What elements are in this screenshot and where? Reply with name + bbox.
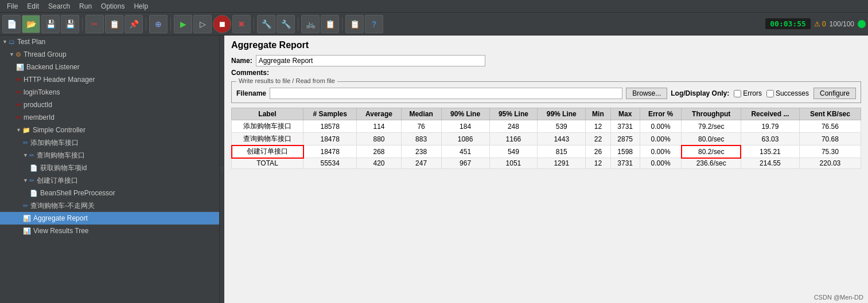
menu-run[interactable]: Run — [75, 0, 96, 12]
productid-icon: ✂ — [16, 101, 21, 109]
aggregate-report-label: Aggregate Report — [33, 214, 88, 222]
successes-checkbox-label[interactable]: Successes — [766, 89, 809, 97]
table-cell-1-10: 80.0/sec — [682, 133, 741, 145]
menu-edit[interactable]: Edit — [22, 0, 44, 12]
sidebar-item-view-results[interactable]: 📊 View Results Tree — [0, 225, 219, 237]
beanshell-icon: 📄 — [30, 190, 38, 197]
help-button[interactable]: ? — [365, 15, 383, 33]
view-results-label: View Results Tree — [33, 227, 89, 235]
save-button[interactable]: 💾 — [41, 15, 60, 33]
menu-bar: File Edit Search Run Options Help — [0, 0, 868, 13]
stop-button[interactable]: ⏹ — [213, 15, 231, 33]
status-indicator — [858, 20, 866, 28]
col-samples: # Samples — [303, 108, 357, 120]
sidebar-item-productid[interactable]: ✂ productId — [0, 99, 219, 111]
copy-button[interactable]: 📋 — [105, 15, 123, 33]
name-label: Name: — [231, 57, 252, 65]
remote-button[interactable]: 🚲 — [301, 15, 320, 33]
errors-checkbox[interactable] — [734, 90, 741, 97]
successes-checkbox[interactable] — [766, 90, 774, 97]
table-cell-0-12: 76.56 — [799, 120, 861, 133]
sidebar-item-query-no-gateway[interactable]: ✏ 查询购物车-不走网关 — [0, 199, 219, 212]
table-cell-3-3: 247 — [401, 158, 441, 169]
simplecontroller-label: Simple Controller — [33, 126, 85, 134]
menu-file[interactable]: File — [2, 0, 22, 12]
expand-arrow2: ▼ — [9, 52, 14, 57]
query-cart-icon: ✏ — [29, 152, 34, 159]
sidebar-item-threadgroup[interactable]: ▼ ⚙ Thread Group — [0, 48, 219, 61]
template-button[interactable]: 📋 — [345, 15, 364, 33]
save-as-button[interactable]: 💾 — [61, 15, 79, 33]
warning-icon: ⚠ — [814, 20, 820, 28]
table-cell-3-2: 420 — [357, 158, 401, 169]
table-cell-1-12: 70.68 — [799, 133, 861, 145]
col-received: Received ... — [741, 108, 799, 120]
table-cell-3-4: 967 — [441, 158, 489, 169]
table-cell-2-2: 268 — [357, 145, 401, 158]
expand-arrow5: ▼ — [23, 178, 28, 183]
table-cell-0-8: 3731 — [610, 120, 640, 133]
add-cart-icon: ✏ — [23, 139, 28, 147]
table-cell-1-4: 1086 — [441, 133, 489, 145]
table-cell-3-5: 1051 — [489, 158, 538, 169]
sidebar-item-add-cart[interactable]: ✏ 添加购物车接口 — [0, 136, 219, 149]
sidebar-item-testplan[interactable]: ▼ 🗂 Test Plan — [0, 36, 219, 48]
table-cell-0-0: 添加购物车接口 — [232, 120, 303, 133]
sep1 — [82, 17, 83, 31]
testplan-icon: 🗂 — [9, 38, 15, 45]
sidebar-item-query-cart[interactable]: ▼ ✏ 查询购物车接口 — [0, 149, 219, 162]
query-no-gateway-icon: ✏ — [23, 202, 28, 210]
menu-options[interactable]: Options — [96, 0, 129, 12]
sidebar-item-http-header[interactable]: ✂ HTTP Header Manager — [0, 73, 219, 86]
table-cell-3-6: 1291 — [538, 158, 586, 169]
menu-search[interactable]: Search — [44, 0, 75, 12]
name-input[interactable] — [256, 55, 485, 66]
table-row: 创建订单接口184782682384515498152615980.00%80.… — [232, 145, 861, 158]
expand-button[interactable]: ⊕ — [149, 15, 168, 33]
filename-input[interactable] — [270, 88, 622, 99]
sep5 — [298, 17, 298, 31]
aggregate-table: Label # Samples Average Median 90% Line … — [231, 108, 861, 169]
log-button[interactable]: 📋 — [321, 15, 339, 33]
view-results-icon: 📊 — [23, 227, 31, 235]
sidebar-item-beanshell[interactable]: 📄 BeanShell PreProcessor — [0, 187, 219, 199]
errors-checkbox-label[interactable]: Errors — [734, 89, 762, 97]
sidebar-item-aggregate-report[interactable]: 📊 Aggregate Report — [0, 212, 219, 225]
sidebar-item-memberid[interactable]: ✂ memberId — [0, 111, 219, 124]
logintokens-label: loginTokens — [24, 88, 60, 96]
table-cell-2-7: 26 — [586, 145, 610, 158]
resize-handle[interactable]: ⋮ — [220, 36, 224, 303]
log-label: Log/Display Only: — [671, 89, 729, 97]
create-order-label: 创建订单接口 — [37, 176, 78, 186]
sep3 — [170, 17, 171, 31]
table-cell-2-3: 238 — [401, 145, 441, 158]
sidebar-item-create-order[interactable]: ▼ ✏ 创建订单接口 — [0, 174, 219, 187]
col-max: Max — [610, 108, 640, 120]
browse-button[interactable]: Browse... — [626, 88, 667, 99]
play-check-button[interactable]: ▷ — [193, 15, 212, 33]
col-99line: 99% Line — [538, 108, 586, 120]
sidebar-item-get-cart-id[interactable]: 📄 获取购物车项id — [0, 162, 219, 174]
table-cell-1-6: 1443 — [538, 133, 586, 145]
cut-button[interactable]: ✂ — [85, 15, 104, 33]
backend-icon: 📊 — [16, 64, 24, 71]
table-cell-3-0: TOTAL — [232, 158, 303, 169]
play-button[interactable]: ▶ — [174, 15, 192, 33]
configure-button[interactable]: Configure — [813, 88, 856, 99]
menu-help[interactable]: Help — [129, 0, 153, 12]
http-header-icon: ✂ — [16, 76, 21, 84]
open-button[interactable]: 📂 — [22, 15, 40, 33]
beanshell-label: BeanShell PreProcessor — [40, 189, 115, 197]
col-average: Average — [357, 108, 401, 120]
clear-button1[interactable]: 🔧 — [257, 15, 275, 33]
sidebar-item-logintokens[interactable]: ✂ loginTokens — [0, 86, 219, 99]
new-button[interactable]: 📄 — [2, 15, 21, 33]
col-error: Error % — [640, 108, 682, 120]
stop-x-button[interactable]: ✖ — [232, 15, 251, 33]
sidebar-item-simplecontroller[interactable]: ▼ 📁 Simple Controller — [0, 124, 219, 136]
table-cell-1-3: 883 — [401, 133, 441, 145]
table-row: TOTAL55534420247967105112911237310.00%23… — [232, 158, 861, 169]
sidebar-item-backend[interactable]: 📊 Backend Listener — [0, 61, 219, 73]
paste-button[interactable]: 📌 — [124, 15, 143, 33]
clear-button2[interactable]: 🔧 — [277, 15, 295, 33]
